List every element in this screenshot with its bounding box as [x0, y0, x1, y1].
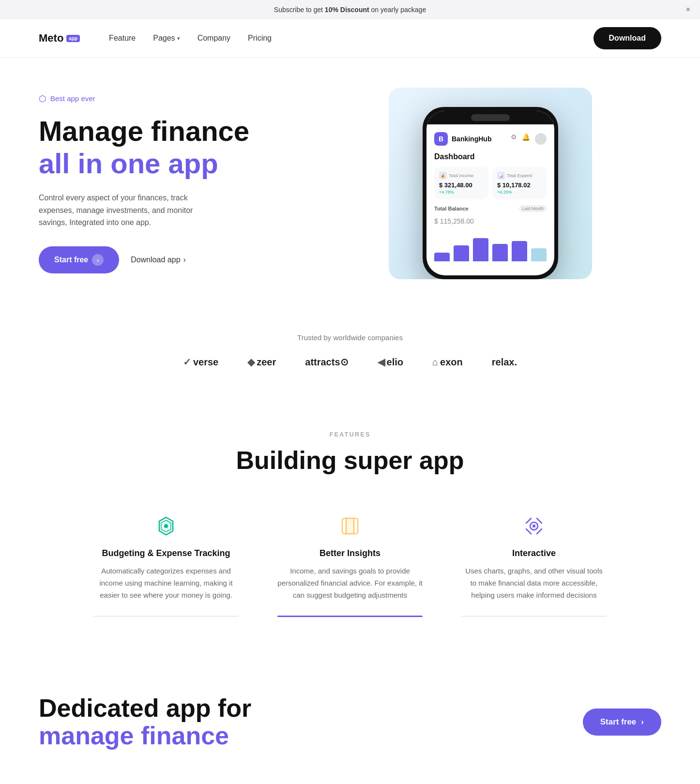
elio-symbol: ◀	[378, 356, 385, 368]
features-tag: FEATURES	[39, 431, 661, 438]
features-section: FEATURES Building super app Budgeting & …	[0, 392, 700, 656]
phone-balance-label: Total Balance	[434, 206, 469, 211]
nav-links: Feature Pages ▾ Company Pricing	[109, 34, 593, 43]
logo-attracts: attracts⊙	[305, 356, 348, 368]
budgeting-icon	[153, 513, 179, 539]
budgeting-divider	[93, 616, 239, 617]
phone-expend-card: 📊 Total Expend $ 10,178.02 +4.29%	[492, 167, 547, 199]
phone-income-card: 💰 Total Income $ 321,48.00 +4.78%	[434, 167, 488, 199]
trusted-logos: ✓ verse ◆ zeer attracts⊙ ◀ elio ⌂ exon r…	[39, 356, 661, 368]
phone-balance-section: Total Balance Last Month $ 115,258.00	[434, 205, 547, 226]
phone-dashboard-title: Dashboard	[434, 152, 547, 161]
trusted-label: Trusted by worldwide companies	[39, 333, 661, 342]
phone-app-name: BankingHub	[452, 135, 491, 143]
svg-rect-2	[346, 518, 354, 534]
arrow-icon: ›	[641, 717, 644, 727]
navbar: Meto app Feature Pages ▾ Company Pricing…	[0, 19, 700, 58]
svg-point-6	[533, 525, 535, 528]
announcement-bar: Subscribe to get 10% Discount on yearly …	[0, 0, 700, 19]
chevron-down-icon: ▾	[177, 35, 180, 42]
budgeting-desc: Automatically categorizes expenses and i…	[93, 565, 239, 601]
phone-logo-row: B BankingHub	[434, 132, 491, 146]
phone-balance-header: Total Balance Last Month	[434, 205, 547, 212]
download-button[interactable]: Download	[593, 27, 661, 49]
insights-title: Better Insights	[277, 548, 423, 558]
exon-symbol: ⌂	[432, 357, 438, 368]
phone-income-change: +4.78%	[439, 190, 484, 195]
bottom-title-block: Dedicated app for manage finance	[39, 694, 251, 750]
hero-section: ⬡ Best app ever Manage finance all in on…	[0, 58, 700, 309]
phone-income-amount: $ 321,48.00	[439, 181, 484, 189]
insights-desc: Income, and savings goals to provide per…	[277, 565, 423, 601]
chevron-right-icon: ›	[183, 256, 186, 264]
logo-exon: ⌂ exon	[432, 357, 463, 368]
chart-bar-3	[473, 238, 488, 261]
phone-expend-label: 📊 Total Expend	[497, 172, 542, 180]
start-free-button[interactable]: Start free ›	[39, 246, 119, 273]
chart-bar-5	[512, 241, 527, 261]
bottom-section: Dedicated app for manage finance Start f…	[0, 656, 700, 784]
logo-relax: relax.	[492, 357, 517, 368]
verse-symbol: ✓	[183, 356, 191, 368]
hero-title-line2: all in one app	[39, 147, 281, 181]
interactive-title: Interactive	[461, 548, 607, 558]
avatar	[535, 133, 547, 145]
phone-balance-period: Last Month	[519, 205, 547, 212]
chart-bar-2	[454, 245, 469, 261]
logo-zeer: ◆ zeer	[247, 356, 276, 368]
phone-screen: B BankingHub ⚙ 🔔 Dashboard	[426, 111, 554, 275]
nav-company[interactable]: Company	[198, 34, 230, 43]
arrow-icon: ›	[92, 254, 104, 266]
hero-title-line1: Manage finance	[39, 115, 249, 147]
interactive-icon	[521, 513, 547, 539]
phone-expend-change: +4.29%	[497, 190, 542, 195]
hero-badge: ⬡ Best app ever	[39, 93, 281, 104]
phone-header: B BankingHub ⚙ 🔔	[434, 132, 547, 146]
chart-bar-1	[434, 253, 450, 261]
settings-icon: ⚙	[511, 133, 517, 145]
nav-pricing[interactable]: Pricing	[248, 34, 272, 43]
phone-notch-pill	[471, 114, 510, 121]
logo-elio: ◀ elio	[378, 356, 403, 368]
phone-income-label: 💰 Total Income	[439, 172, 484, 180]
phone-cards-row: 💰 Total Income $ 321,48.00 +4.78% 📊 Tota…	[434, 167, 547, 199]
download-app-link[interactable]: Download app ›	[131, 256, 186, 264]
announcement-close-button[interactable]: ×	[686, 5, 690, 14]
hero-title: Manage finance all in one app	[39, 116, 281, 180]
logo-text: Meto	[39, 32, 63, 45]
phone-icons: ⚙ 🔔	[511, 133, 547, 145]
announcement-text: Subscribe to get 10% Discount on yearly …	[274, 6, 426, 14]
logo[interactable]: Meto app	[39, 32, 80, 45]
bottom-title: Dedicated app for manage finance	[39, 694, 251, 750]
phone-frame: B BankingHub ⚙ 🔔 Dashboard	[423, 107, 558, 279]
hero-actions: Start free › Download app ›	[39, 246, 281, 273]
budgeting-title: Budgeting & Expense Tracking	[93, 548, 239, 558]
features-grid: Budgeting & Expense Tracking Automatical…	[39, 504, 661, 627]
hero-right: B BankingHub ⚙ 🔔 Dashboard	[320, 88, 661, 279]
trusted-section: Trusted by worldwide companies ✓ verse ◆…	[0, 309, 700, 392]
svg-point-0	[164, 524, 168, 528]
hero-badge-text: Best app ever	[50, 94, 95, 103]
chart-bar-6	[531, 248, 547, 261]
phone-chart	[434, 232, 547, 261]
hero-description: Control every aspect of your finances, t…	[39, 192, 223, 229]
insights-divider	[277, 616, 423, 617]
interactive-divider	[461, 616, 607, 617]
feature-card-budgeting: Budgeting & Expense Tracking Automatical…	[84, 504, 248, 627]
phone-notch	[426, 111, 554, 124]
interactive-desc: Uses charts, graphs, and other visual to…	[461, 565, 607, 601]
zeer-symbol: ◆	[247, 356, 255, 368]
chart-bar-4	[492, 244, 508, 261]
expend-icon: 📊	[497, 172, 505, 180]
bell-icon: 🔔	[522, 133, 530, 145]
phone-expend-amount: $ 10,178.02	[497, 181, 542, 189]
nav-feature[interactable]: Feature	[109, 34, 136, 43]
logo-verse: ✓ verse	[183, 356, 218, 368]
phone-logo-icon: B	[434, 132, 448, 146]
nav-pages[interactable]: Pages ▾	[153, 34, 180, 43]
feature-card-interactive: Interactive Uses charts, graphs, and oth…	[452, 504, 616, 627]
phone-mockup-wrapper: B BankingHub ⚙ 🔔 Dashboard	[389, 88, 592, 279]
feature-card-insights: Better Insights Income, and savings goal…	[268, 504, 432, 627]
bottom-start-free-button[interactable]: Start free ›	[583, 709, 661, 736]
phone-balance-amount: $ 115,258.00	[434, 214, 547, 226]
